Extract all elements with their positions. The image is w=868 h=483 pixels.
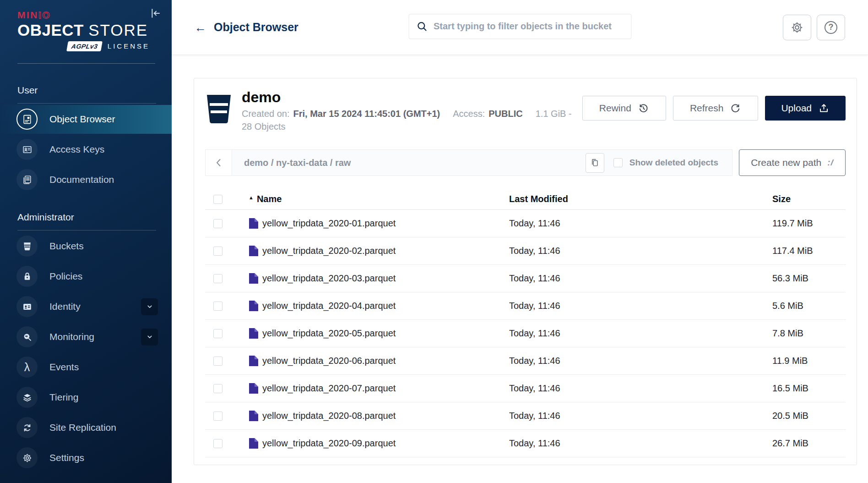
chevron-down-icon[interactable]: [141, 298, 158, 315]
sidebar-item-events[interactable]: λEvents: [0, 353, 172, 382]
created-on-value: Fri, Mar 15 2024 11:45:01 (GMT+1): [293, 109, 440, 119]
chevron-left-icon: [213, 157, 224, 168]
settings-button[interactable]: [783, 15, 811, 40]
object-modified: Today, 11:46: [509, 328, 772, 339]
row-checkbox-cell: [205, 384, 249, 393]
row-checkbox[interactable]: [213, 247, 222, 256]
file-icon: [249, 438, 258, 449]
top-bar: ← Object Browser ?: [172, 0, 868, 55]
bucket-icon: [206, 94, 232, 126]
agpl-badge: AGPLv3: [66, 41, 103, 51]
object-modified: Today, 11:46: [509, 246, 772, 256]
copy-path-button[interactable]: [586, 153, 604, 173]
breadcrumb[interactable]: demo / ny-taxi-data / raw: [244, 158, 576, 168]
object-name: yellow_tripdata_2020-06.parquet: [262, 356, 396, 366]
object-modified: Today, 11:46: [509, 218, 772, 229]
monitoring-icon: [16, 326, 38, 347]
object-name-cell[interactable]: yellow_tripdata_2020-01.parquet: [249, 218, 509, 229]
sidebar-item-monitoring[interactable]: Monitoring: [0, 323, 172, 351]
rewind-button[interactable]: Rewind: [582, 96, 666, 121]
object-table-body: yellow_tripdata_2020-01.parquetToday, 11…: [205, 210, 846, 457]
row-checkbox[interactable]: [213, 439, 222, 448]
tiering-icon: [16, 387, 38, 408]
row-checkbox-cell: [205, 247, 249, 256]
column-header-name[interactable]: ▲Name: [249, 194, 509, 204]
object-store-wordmark: OBJECT STORE: [17, 22, 172, 39]
sidebar-item-tiering[interactable]: Tiering: [0, 383, 172, 412]
sidebar-item-documentation[interactable]: Documentation: [0, 165, 172, 194]
upload-button[interactable]: Upload: [765, 96, 846, 121]
bucket-card: demo Created on:Fri, Mar 15 2024 11:45:0…: [194, 78, 857, 465]
object-size: 7.8 MiB: [772, 328, 846, 339]
table-row[interactable]: yellow_tripdata_2020-02.parquetToday, 11…: [205, 237, 846, 265]
back-arrow-icon[interactable]: ←: [195, 22, 206, 33]
row-checkbox[interactable]: [213, 412, 222, 421]
sidebar-item-site-replication[interactable]: Site Replication: [0, 413, 172, 442]
sidebar-item-object-browser[interactable]: Object Browser: [0, 105, 172, 134]
object-name-cell[interactable]: yellow_tripdata_2020-09.parquet: [249, 438, 509, 449]
page-title: ← Object Browser: [195, 21, 298, 34]
object-size: 56.3 MiB: [772, 273, 846, 284]
collapse-sidebar-icon[interactable]: [148, 6, 162, 20]
table-row[interactable]: yellow_tripdata_2020-09.parquetToday, 11…: [205, 430, 846, 457]
table-row[interactable]: yellow_tripdata_2020-01.parquetToday, 11…: [205, 210, 846, 237]
create-path-icon: :/: [827, 158, 834, 168]
object-modified: Today, 11:46: [509, 411, 772, 421]
column-header-modified[interactable]: Last Modified: [509, 194, 772, 204]
sidebar-item-access-keys[interactable]: Access Keys: [0, 135, 172, 164]
object-name-cell[interactable]: yellow_tripdata_2020-02.parquet: [249, 246, 509, 256]
main-area: ← Object Browser ?: [172, 0, 868, 483]
object-name: yellow_tripdata_2020-05.parquet: [262, 328, 396, 339]
sidebar-item-identity[interactable]: Identity: [0, 292, 172, 321]
refresh-button[interactable]: Refresh: [673, 96, 759, 121]
object-size: 117.4 MiB: [772, 246, 846, 256]
sidebar-item-buckets[interactable]: Buckets: [0, 232, 172, 261]
select-all-checkbox[interactable]: [213, 195, 222, 204]
search-input[interactable]: [408, 14, 631, 39]
row-checkbox[interactable]: [213, 357, 222, 366]
object-name: yellow_tripdata_2020-04.parquet: [262, 301, 396, 311]
object-size: 16.5 MiB: [772, 383, 846, 394]
row-checkbox[interactable]: [213, 219, 222, 228]
object-name: yellow_tripdata_2020-03.parquet: [262, 273, 396, 284]
object-name-cell[interactable]: yellow_tripdata_2020-07.parquet: [249, 383, 509, 394]
table-row[interactable]: yellow_tripdata_2020-07.parquetToday, 11…: [205, 375, 846, 402]
table-row[interactable]: yellow_tripdata_2020-08.parquetToday, 11…: [205, 402, 846, 430]
table-row[interactable]: yellow_tripdata_2020-03.parquetToday, 11…: [205, 265, 846, 292]
sidebar-item-label: Object Browser: [49, 114, 115, 125]
help-button[interactable]: ?: [817, 15, 845, 40]
gear-icon: [790, 21, 804, 34]
path-back-button[interactable]: [205, 149, 232, 176]
show-deleted-checkbox[interactable]: [613, 158, 623, 167]
object-name-cell[interactable]: yellow_tripdata_2020-03.parquet: [249, 273, 509, 284]
row-checkbox-cell: [205, 357, 249, 366]
events-icon: λ: [16, 357, 38, 378]
object-name-cell[interactable]: yellow_tripdata_2020-08.parquet: [249, 411, 509, 421]
row-checkbox[interactable]: [213, 274, 222, 283]
object-name-cell[interactable]: yellow_tripdata_2020-04.parquet: [249, 301, 509, 311]
object-name-cell[interactable]: yellow_tripdata_2020-05.parquet: [249, 328, 509, 339]
object-name-cell[interactable]: yellow_tripdata_2020-06.parquet: [249, 356, 509, 366]
documentation-icon: [16, 169, 38, 190]
row-checkbox[interactable]: [213, 329, 222, 338]
file-icon: [249, 411, 258, 421]
sidebar-item-settings[interactable]: Settings: [0, 444, 172, 472]
bucket-name: demo: [242, 89, 582, 105]
minio-logo: MINIO OBJECT STORE AGPLv3 LICENSE: [0, 0, 172, 51]
chevron-down-icon[interactable]: [141, 329, 158, 346]
create-new-path-button[interactable]: Create new path :/: [739, 149, 846, 176]
content: demo Created on:Fri, Mar 15 2024 11:45:0…: [172, 55, 868, 483]
object-modified: Today, 11:46: [509, 301, 772, 311]
sidebar: MINIO OBJECT STORE AGPLv3 LICENSE UserOb…: [0, 0, 172, 483]
table-row[interactable]: yellow_tripdata_2020-06.parquetToday, 11…: [205, 347, 846, 375]
row-checkbox[interactable]: [213, 384, 222, 393]
table-row[interactable]: yellow_tripdata_2020-04.parquetToday, 11…: [205, 292, 846, 320]
sidebar-item-policies[interactable]: Policies: [0, 262, 172, 291]
sidebar-section-label: Administrator: [17, 212, 172, 223]
access-value: PUBLIC: [488, 109, 522, 119]
table-row[interactable]: yellow_tripdata_2020-05.parquetToday, 11…: [205, 320, 846, 347]
file-icon: [249, 273, 258, 284]
object-modified: Today, 11:46: [509, 383, 772, 394]
column-header-size[interactable]: Size: [772, 194, 846, 204]
row-checkbox[interactable]: [213, 302, 222, 311]
